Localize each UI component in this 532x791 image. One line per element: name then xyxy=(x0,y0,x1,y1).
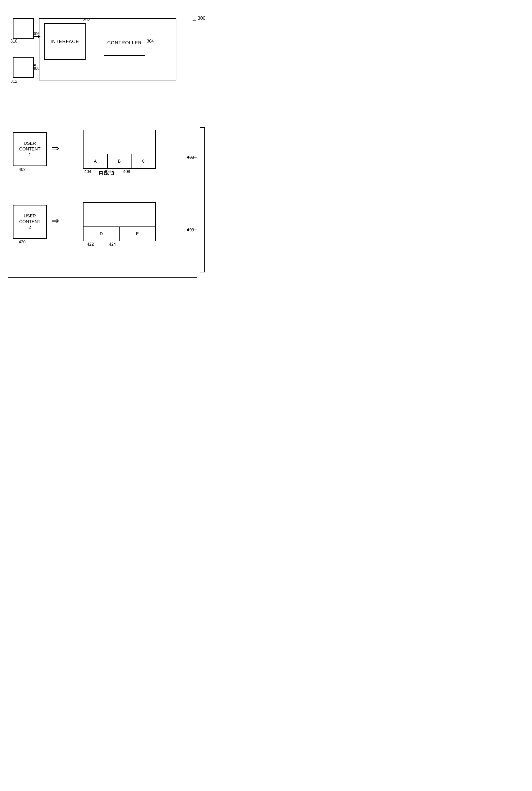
cell-c: C xyxy=(132,154,155,168)
cell-d: D xyxy=(83,227,119,241)
ref-404-label: 404 xyxy=(84,169,91,174)
ref-304-label: 304 xyxy=(147,39,154,43)
ref-403-1-label: 403 xyxy=(187,155,194,160)
double-arrow-2-icon: ⇒ xyxy=(51,215,59,226)
user-content-2-label: USER CONTENT 2 xyxy=(19,213,40,230)
fig4-container: USER CONTENT 1 402 ⇒ A B C 403 404 406 xyxy=(0,127,213,317)
double-arrow-1-icon: ⇒ xyxy=(51,143,59,154)
ref-408-label: 408 xyxy=(123,169,130,174)
struct-box-1: A B C xyxy=(83,130,156,169)
interface-box: INTERFACE xyxy=(44,23,86,60)
page: 300 ↗ 310 312 306 308 302 xyxy=(0,0,213,317)
fig3-diagram: 310 312 306 308 302 INTERFACE xyxy=(8,11,205,93)
ref-424-label: 424 xyxy=(109,242,116,247)
controller-box: CONTROLLER xyxy=(104,30,145,56)
struct-box-2: D E xyxy=(83,202,156,241)
struct-inner-2: D E xyxy=(83,226,155,241)
fig4-diagram: USER CONTENT 1 402 ⇒ A B C 403 404 406 xyxy=(8,127,205,278)
ref-402-label: 402 xyxy=(19,167,26,172)
box-310 xyxy=(13,18,34,39)
user-content-2-box: USER CONTENT 2 xyxy=(13,205,47,239)
ref-306-label: 306 xyxy=(33,32,40,36)
fig4-bottom-line-icon xyxy=(8,277,197,278)
cell-a: A xyxy=(83,154,108,168)
interface-label: INTERFACE xyxy=(51,39,79,44)
cell-e: E xyxy=(119,227,155,241)
fig4-bracket-icon xyxy=(200,127,205,272)
cell-b: B xyxy=(108,154,132,168)
ref-422-label: 422 xyxy=(87,242,94,247)
ref-312-label: 312 xyxy=(11,79,17,84)
ref-310-label: 310 xyxy=(11,39,17,43)
controller-label: CONTROLLER xyxy=(107,40,141,46)
ref-406-label: 406 xyxy=(104,169,111,174)
user-content-1-label: USER CONTENT 1 xyxy=(19,140,40,158)
user-content-1-box: USER CONTENT 1 xyxy=(13,132,47,166)
box-312 xyxy=(13,57,34,78)
ref-403-2-label: 403 xyxy=(187,228,194,232)
ref-302-label: 302 xyxy=(83,18,90,22)
ref-308-label: 308 xyxy=(33,66,40,71)
struct-inner-1: A B C xyxy=(83,154,155,168)
ref-420-label: 420 xyxy=(19,240,26,244)
h-line-icon xyxy=(86,49,105,49)
